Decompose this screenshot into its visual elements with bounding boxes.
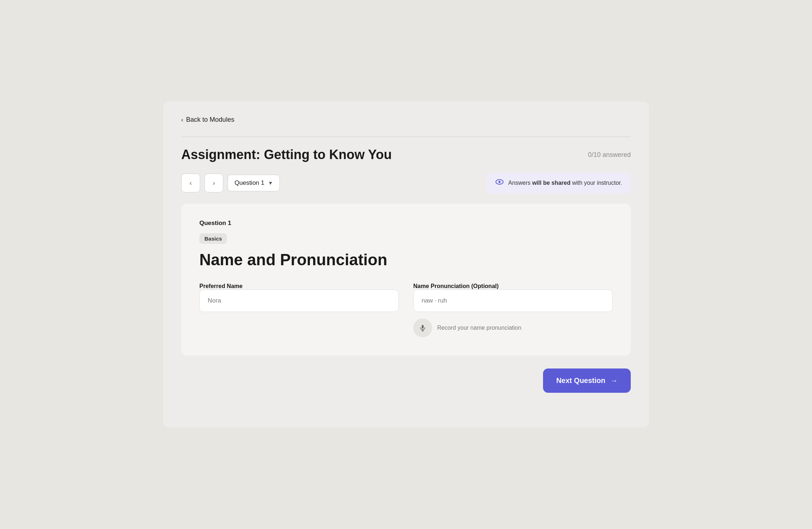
prev-question-button[interactable]: ‹	[181, 174, 200, 192]
preferred-name-group: Preferred Name	[199, 283, 399, 312]
shared-notice-banner: Answers will be shared with your instruc…	[486, 172, 631, 193]
arrow-right-icon: →	[610, 376, 618, 385]
next-question-nav-button[interactable]: ›	[204, 174, 223, 192]
back-to-modules-link[interactable]: ‹ Back to Modules	[181, 116, 234, 124]
next-question-button[interactable]: Next Question →	[543, 368, 631, 393]
answered-count: 0/10 answered	[588, 151, 631, 159]
next-button-label: Next Question	[556, 376, 605, 385]
pronunciation-group: Name Pronunciation (Optional) Record you…	[413, 283, 613, 337]
back-label: Back to Modules	[186, 116, 234, 124]
pronunciation-label: Name Pronunciation (Optional)	[413, 283, 499, 289]
app-container: ‹ Back to Modules Assignment: Getting to…	[163, 101, 649, 428]
assignment-title: Assignment: Getting to Know You	[181, 147, 392, 162]
question-select-label: Question 1	[235, 179, 264, 187]
question-select-dropdown[interactable]: Question 1 ▼	[228, 175, 280, 191]
question-number-label: Question 1	[199, 220, 613, 227]
question-tag-badge: Basics	[199, 233, 227, 244]
svg-rect-2	[422, 325, 424, 329]
record-label: Record your name pronunciation	[437, 325, 521, 331]
pronunciation-input[interactable]	[413, 290, 613, 312]
top-divider	[181, 137, 631, 137]
chevron-left-icon: ‹	[181, 117, 183, 123]
fields-row: Preferred Name Name Pronunciation (Optio…	[199, 283, 613, 337]
shared-notice-text: Answers will be shared with your instruc…	[508, 180, 622, 186]
header-row: Assignment: Getting to Know You 0/10 ans…	[181, 147, 631, 162]
eye-icon	[495, 178, 504, 188]
svg-point-1	[498, 181, 501, 183]
question-title: Name and Pronunciation	[199, 251, 613, 268]
preferred-name-label: Preferred Name	[199, 283, 243, 289]
chevron-down-icon: ▼	[268, 180, 273, 186]
footer-row: Next Question →	[181, 368, 631, 393]
record-row: Record your name pronunciation	[413, 318, 613, 337]
question-card: Question 1 Basics Name and Pronunciation…	[181, 204, 631, 355]
controls-row: ‹ › Question 1 ▼ Answers will be shared …	[181, 172, 631, 193]
preferred-name-input[interactable]	[199, 290, 399, 312]
record-audio-button[interactable]	[413, 318, 432, 337]
